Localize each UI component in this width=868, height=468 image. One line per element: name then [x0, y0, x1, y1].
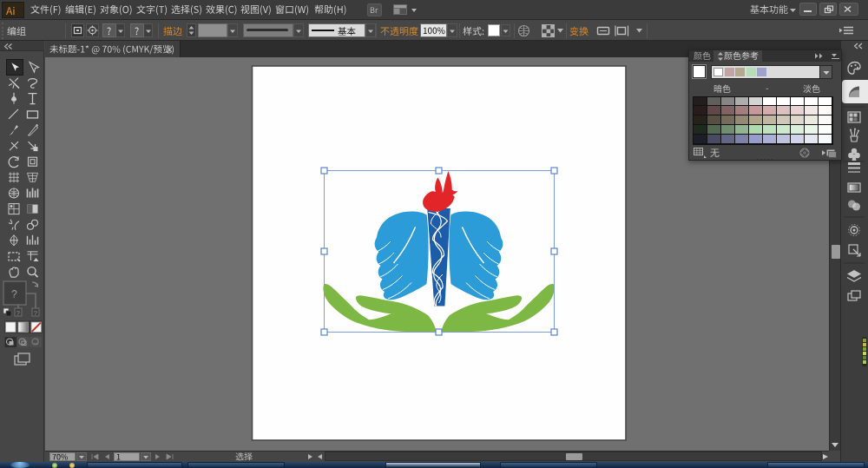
svg-text:?: ?: [11, 288, 17, 300]
svg-text:?: ?: [16, 309, 21, 317]
svg-text:?: ?: [34, 309, 38, 317]
